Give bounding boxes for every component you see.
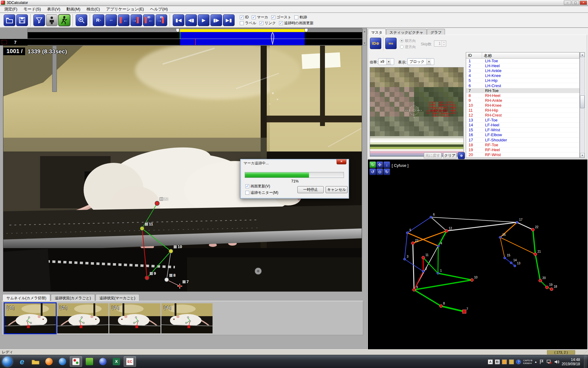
play-button[interactable]: ▶ <box>198 14 209 26</box>
camera-thumbnail-2[interactable]: [ 2 ] <box>57 303 108 333</box>
network-icon[interactable] <box>546 359 552 364</box>
video-marker-10[interactable] <box>169 249 173 253</box>
scale-select[interactable]: x9▼ <box>378 58 394 65</box>
radio-forward[interactable]: 順方向 <box>400 38 416 44</box>
taskbar-app-blue-app[interactable] <box>97 356 109 367</box>
taskbar-app-globe[interactable] <box>56 356 69 367</box>
last-frame-button[interactable]: ▶▮ <box>223 14 235 26</box>
marker-row-12[interactable]: 12RH-Crest <box>466 113 579 118</box>
marker-row-16[interactable]: 16LF-Elbow <box>466 132 579 137</box>
ime-general-icon[interactable]: 般 <box>495 359 500 364</box>
menu-item[interactable]: 動画(M) <box>63 6 84 13</box>
minimize-button[interactable]: – <box>564 1 571 5</box>
menu-item[interactable]: モード(S) <box>21 6 44 13</box>
menu-item[interactable]: アプリケーション(E) <box>103 6 147 13</box>
checkbox-追跡時の画面更新[interactable]: ✓追跡時の画面更新 <box>279 21 314 26</box>
caps-kana-indicator[interactable]: CAPS ⧉KANA ▾ <box>523 359 532 365</box>
taskbar-app-folder[interactable] <box>29 356 42 367</box>
stick-picture-view[interactable]: ↻ ✣ ↓ ↺ ⊙ ↻ [ Cyfuse ] 12345678910111213… <box>368 159 587 349</box>
marker-row-17[interactable]: 17LF-Shoulder <box>466 138 579 143</box>
video-marker-9[interactable] <box>145 276 149 280</box>
checkbox-マーカ[interactable]: ✓マーカ <box>252 15 268 20</box>
marker-row-20[interactable]: 20RF-Wrist <box>466 152 579 157</box>
checkbox-ゴースト[interactable]: ✓ゴースト <box>271 15 292 20</box>
show-desktop-button[interactable] <box>584 355 587 368</box>
marker-row-3[interactable]: 3LH-Ankle <box>466 68 579 73</box>
checkbox-box[interactable] <box>294 15 298 19</box>
id-next-button[interactable]: ID→▌ <box>156 14 167 26</box>
checkbox-box[interactable]: ✓ <box>279 21 283 25</box>
checkbox-box[interactable]: ✓ <box>240 15 244 19</box>
save-button[interactable] <box>16 14 28 26</box>
person-mode-button[interactable] <box>46 14 58 26</box>
checkbox-box[interactable]: ✓ <box>259 21 263 25</box>
ime-tools-icon[interactable] <box>502 359 507 364</box>
dialog-close-button[interactable]: × <box>337 159 346 164</box>
manual-pick-button[interactable]: M⊕ <box>385 38 397 49</box>
taskbar-app-green-app[interactable] <box>83 356 96 367</box>
refresh-view-button[interactable]: ↻ <box>369 161 376 168</box>
step-frame-button[interactable]: ▮▶ <box>210 14 222 26</box>
zoom-button[interactable] <box>76 14 87 26</box>
marker-row-7[interactable]: 7RH-Toe <box>466 88 579 93</box>
prev-marker-button[interactable]: ▌← <box>118 14 130 26</box>
frame-current[interactable]: 1001 / <box>3 48 25 55</box>
checkbox-軌跡[interactable]: 軌跡 <box>294 15 307 20</box>
prev-frame-button[interactable]: ◀▮ <box>185 14 197 26</box>
camera-thumbnail-3[interactable]: [ 3 ] <box>109 303 160 333</box>
cancel-button[interactable]: キャンセル <box>326 186 348 193</box>
magnified-pixel-view[interactable]: S:67 R:56 <box>370 67 464 157</box>
marker-row-19[interactable]: 19RF-Heel <box>466 148 579 152</box>
rotate-left-button[interactable]: ↺ <box>369 168 376 175</box>
checkbox-box[interactable]: ✓ <box>252 15 256 19</box>
marker-row-8[interactable]: 8RH-Heel <box>466 93 579 98</box>
marker-row-10[interactable]: 10RH-Knee <box>466 103 579 108</box>
tracking-mode-button[interactable] <box>58 14 70 26</box>
taskbar-app-ie[interactable]: e <box>16 356 28 367</box>
menu-item[interactable]: ヘルプ(H) <box>147 6 171 13</box>
filter-button[interactable] <box>33 14 45 26</box>
id-pick-button[interactable]: ID⊕ <box>370 38 381 49</box>
marker-r-button[interactable]: R◦ <box>93 14 104 26</box>
video-marker-11[interactable] <box>140 226 144 231</box>
checkbox-リンク[interactable]: ✓リンク <box>259 21 276 26</box>
start-button[interactable] <box>2 357 12 366</box>
marker-row-9[interactable]: 9RH-Ankle <box>466 98 579 103</box>
menu-item[interactable]: 測定(F) <box>1 6 21 13</box>
marker-list-scrollbar[interactable]: ▲ ▼ <box>580 52 585 158</box>
marker-button[interactable]: ◦· <box>105 14 117 26</box>
taskbar-clock[interactable]: 14:482019/09/18 <box>562 358 582 366</box>
marker-row-11[interactable]: 11RH-Hip <box>466 108 579 113</box>
taskbar-app-media[interactable] <box>43 356 55 367</box>
dialog-checkbox[interactable]: 追跡モニター(M) <box>245 190 278 195</box>
marker-row-6[interactable]: 6LH-Crest <box>466 83 579 88</box>
dialog-checkbox[interactable]: ✓画面更新(V) <box>245 184 278 189</box>
rotate-right-button[interactable]: ↻ <box>383 168 390 175</box>
timeline-scrubber[interactable]: 7▲▼ <box>0 28 367 45</box>
clear-button[interactable]: クリア <box>443 152 457 159</box>
radio-backward[interactable]: 逆方向 <box>400 44 416 50</box>
scroll-down-arrow[interactable]: ▼ <box>580 153 585 158</box>
marker-row-21[interactable]: 21RF-Elbow <box>466 157 579 158</box>
checkbox-box[interactable]: ✓ <box>271 15 275 19</box>
column-id[interactable]: ID <box>466 52 482 58</box>
display-select[interactable]: ブロック▼ <box>407 58 434 65</box>
taskbar-app-calc3d[interactable] <box>70 356 82 367</box>
marker-row-18[interactable]: 18RF-Toe <box>466 143 579 148</box>
ime-pad-icon[interactable] <box>509 359 514 364</box>
open-button[interactable] <box>4 14 15 26</box>
column-name[interactable]: 名称 <box>482 52 579 58</box>
marker-row-5[interactable]: 5LH-Hip <box>466 78 579 83</box>
target-tool-button[interactable]: ⊕ <box>458 152 465 159</box>
marker-row-13[interactable]: 13LF-Toe <box>466 118 579 123</box>
close-button[interactable]: × <box>580 1 587 5</box>
pause-button[interactable]: 一時停止 <box>297 186 324 193</box>
scroll-thumb[interactable] <box>580 95 585 108</box>
down-view-button[interactable]: ↓ <box>383 161 390 168</box>
taskbar-app-ec[interactable]: EC <box>124 356 136 367</box>
maximize-button[interactable]: ▢ <box>572 1 579 5</box>
marker-row-1[interactable]: 1LH-Toe <box>466 59 579 63</box>
id-prev-button[interactable]: ID▌← <box>143 14 155 26</box>
checkbox-ID[interactable]: ✓ID <box>240 15 249 20</box>
scroll-up-arrow[interactable]: ▲ <box>580 52 585 57</box>
